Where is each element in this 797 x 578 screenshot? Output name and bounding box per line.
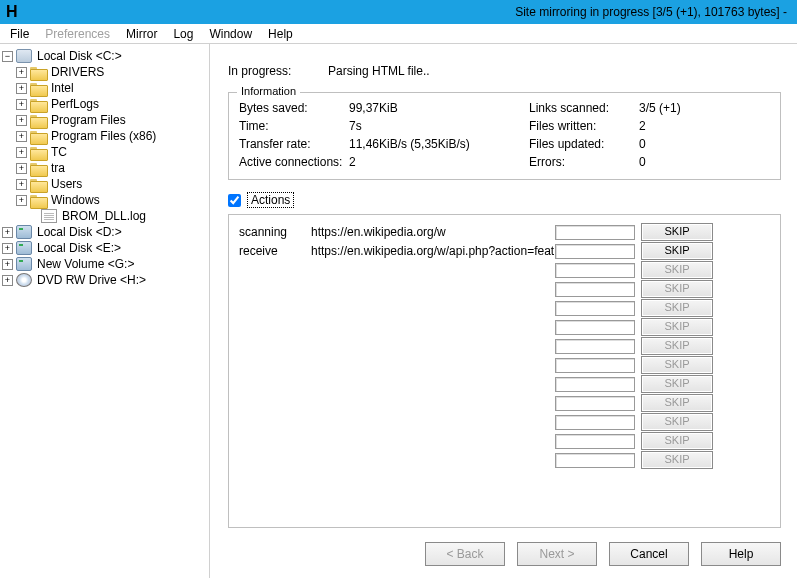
action-progress (555, 434, 635, 449)
tree-node-folder[interactable]: +Windows (0, 192, 209, 208)
menu-log[interactable]: Log (165, 25, 201, 43)
action-row: SKIP (239, 318, 770, 336)
action-state: receive (239, 244, 311, 258)
tree-node-folder[interactable]: +tra (0, 160, 209, 176)
skip-button: SKIP (641, 432, 713, 450)
menu-window[interactable]: Window (201, 25, 260, 43)
skip-button: SKIP (641, 413, 713, 431)
action-row: receivehttps://en.wikipedia.org/w/api.ph… (239, 242, 770, 260)
skip-button: SKIP (641, 280, 713, 298)
tree-label: New Volume <G:> (35, 257, 136, 271)
tree-node-drive[interactable]: +Local Disk <D:> (0, 224, 209, 240)
action-row: SKIP (239, 261, 770, 279)
back-button: < Back (425, 542, 505, 566)
action-progress (555, 396, 635, 411)
folder-icon (30, 145, 46, 159)
titlebar: H Site mirroring in progress [3/5 (+1), … (0, 0, 797, 24)
expand-icon[interactable]: + (16, 147, 27, 158)
action-row: SKIP (239, 375, 770, 393)
skip-button[interactable]: SKIP (641, 223, 713, 241)
cancel-button[interactable]: Cancel (609, 542, 689, 566)
expand-icon[interactable]: + (2, 259, 13, 270)
skip-button: SKIP (641, 356, 713, 374)
expand-icon[interactable]: + (16, 195, 27, 206)
folder-icon (30, 177, 46, 191)
expand-icon[interactable]: + (16, 99, 27, 110)
tree-node-folder[interactable]: +TC (0, 144, 209, 160)
information-legend: Information (237, 85, 300, 97)
action-row: SKIP (239, 394, 770, 412)
skip-button: SKIP (641, 394, 713, 412)
info-cell: Time: (239, 119, 349, 133)
info-cell: Errors: (529, 155, 639, 169)
tree-node-file[interactable]: BROM_DLL.log (0, 208, 209, 224)
tree-node-drive[interactable]: +DVD RW Drive <H:> (0, 272, 209, 288)
expand-icon[interactable]: + (16, 163, 27, 174)
action-row: SKIP (239, 413, 770, 431)
tree-node-root[interactable]: − Local Disk <C:> (0, 48, 209, 64)
menu-help[interactable]: Help (260, 25, 301, 43)
tree-node-folder[interactable]: +Intel (0, 80, 209, 96)
action-url: https://en.wikipedia.org/w (311, 225, 555, 239)
expand-icon[interactable]: + (2, 227, 13, 238)
info-cell: Active connections: (239, 155, 349, 169)
tree-node-folder[interactable]: +DRIVERS (0, 64, 209, 80)
tree-node-folder[interactable]: +Users (0, 176, 209, 192)
tree-label: PerfLogs (49, 97, 101, 111)
info-cell: Bytes saved: (239, 101, 349, 115)
action-progress (555, 301, 635, 316)
tree-label: Local Disk <D:> (35, 225, 124, 239)
drive-icon (16, 225, 32, 239)
menubar: File Preferences Mirror Log Window Help (0, 24, 797, 44)
expand-icon[interactable]: + (16, 131, 27, 142)
tree-node-folder[interactable]: +PerfLogs (0, 96, 209, 112)
folder-icon (30, 97, 46, 111)
expand-icon[interactable]: + (16, 115, 27, 126)
tree-label: Local Disk <E:> (35, 241, 123, 255)
action-row: SKIP (239, 299, 770, 317)
expand-icon[interactable]: + (2, 243, 13, 254)
in-progress-label: In progress: (228, 64, 328, 78)
expand-icon[interactable]: + (2, 275, 13, 286)
tree-label: tra (49, 161, 67, 175)
folder-tree[interactable]: − Local Disk <C:> +DRIVERS+Intel+PerfLog… (0, 44, 210, 578)
expand-icon[interactable]: + (16, 67, 27, 78)
expand-icon[interactable]: + (16, 179, 27, 190)
tree-node-folder[interactable]: +Program Files (0, 112, 209, 128)
tree-label: BROM_DLL.log (60, 209, 148, 223)
actions-checkbox[interactable] (228, 194, 241, 207)
tree-label: Users (49, 177, 84, 191)
tree-label: DRIVERS (49, 65, 106, 79)
skip-button: SKIP (641, 299, 713, 317)
tree-node-drive[interactable]: +New Volume <G:> (0, 256, 209, 272)
info-cell: 3/5 (+1) (639, 101, 699, 115)
tree-node-folder[interactable]: +Program Files (x86) (0, 128, 209, 144)
menu-mirror[interactable]: Mirror (118, 25, 165, 43)
disk-icon (16, 49, 32, 63)
expand-icon[interactable]: + (16, 83, 27, 94)
action-progress (555, 339, 635, 354)
info-cell: Links scanned: (529, 101, 639, 115)
collapse-icon[interactable]: − (2, 51, 13, 62)
actions-label: Actions (247, 192, 294, 208)
in-progress-value: Parsing HTML file.. (328, 64, 430, 78)
drive-icon (16, 241, 32, 255)
action-progress (555, 225, 635, 240)
skip-button[interactable]: SKIP (641, 242, 713, 260)
action-progress (555, 282, 635, 297)
next-button: Next > (517, 542, 597, 566)
action-progress (555, 415, 635, 430)
tree-label: Windows (49, 193, 102, 207)
actions-group: scanninghttps://en.wikipedia.org/wSKIPre… (228, 214, 781, 528)
skip-button: SKIP (641, 261, 713, 279)
action-url: https://en.wikipedia.org/w/api.php?actio… (311, 244, 555, 258)
app-logo-icon: H (6, 3, 18, 21)
info-cell: Transfer rate: (239, 137, 349, 151)
tree-label: TC (49, 145, 69, 159)
menu-file[interactable]: File (2, 25, 37, 43)
help-button[interactable]: Help (701, 542, 781, 566)
tree-label: Intel (49, 81, 76, 95)
file-icon (41, 209, 57, 223)
tree-node-drive[interactable]: +Local Disk <E:> (0, 240, 209, 256)
action-progress (555, 377, 635, 392)
